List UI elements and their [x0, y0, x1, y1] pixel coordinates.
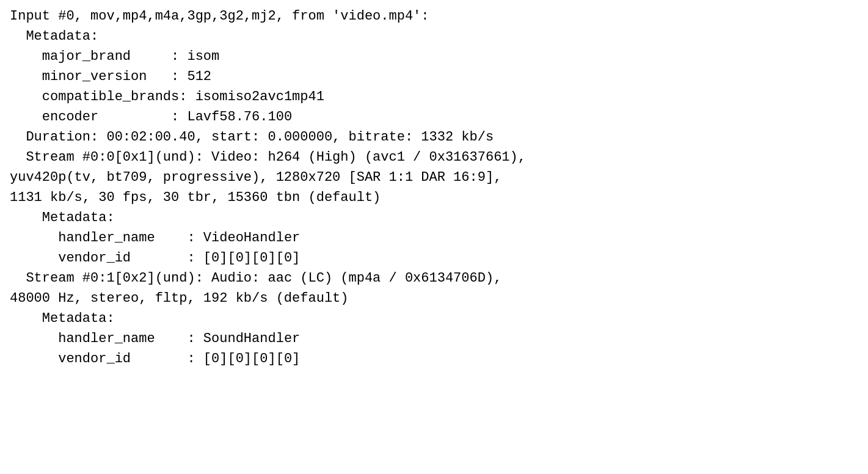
line-15: 48000 Hz, stereo, fltp, 192 kb/s (defaul… [10, 291, 349, 306]
line-4: minor_version : 512 [10, 69, 211, 84]
line-5: compatible_brands: isomiso2avc1mp41 [10, 89, 324, 104]
line-17: handler_name : SoundHandler [10, 331, 300, 346]
line-13: vendor_id : [0][0][0][0] [10, 250, 300, 266]
line-9: yuv420p(tv, bt709, progressive), 1280x72… [10, 170, 501, 185]
line-2: Metadata: [10, 29, 98, 44]
line-3: major_brand : isom [10, 49, 219, 64]
line-12: handler_name : VideoHandler [10, 230, 300, 246]
line-18: vendor_id : [0][0][0][0] [10, 351, 300, 366]
line-1: Input #0, mov,mp4,m4a,3gp,3g2,mj2, from … [10, 9, 429, 24]
terminal-output: Input #0, mov,mp4,m4a,3gp,3g2,mj2, from … [10, 6, 858, 369]
line-6: encoder : Lavf58.76.100 [10, 109, 292, 125]
line-14: Stream #0:1[0x2](und): Audio: aac (LC) (… [10, 271, 501, 286]
line-10: 1131 kb/s, 30 fps, 30 tbr, 15360 tbn (de… [10, 190, 381, 205]
line-7: Duration: 00:02:00.40, start: 0.000000, … [10, 129, 494, 145]
line-8: Stream #0:0[0x1](und): Video: h264 (High… [10, 150, 526, 165]
line-11: Metadata: [10, 210, 115, 225]
line-16: Metadata: [10, 311, 115, 326]
